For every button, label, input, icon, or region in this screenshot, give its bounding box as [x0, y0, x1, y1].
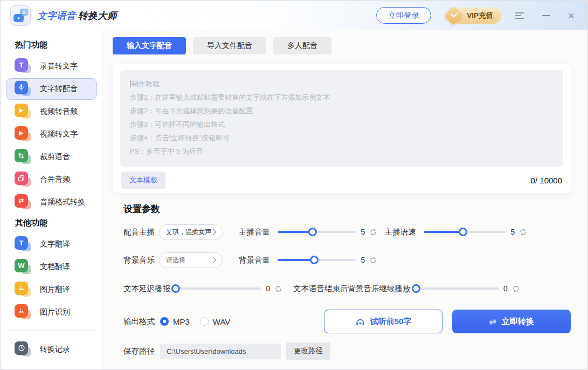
sidebar-item-image-recognition[interactable]: 图片识别: [6, 302, 97, 323]
anchor-speed-slider[interactable]: [424, 231, 506, 233]
content: 热门功能 T 录音转文字 T 文字转配音 ▶: [1, 30, 587, 369]
bgm-placeholder: 请选择: [166, 256, 185, 265]
sidebar-item-doc-translate[interactable]: W 文档翻译: [6, 256, 97, 278]
settings-title: 设置参数: [123, 203, 571, 215]
preview-button-label: 试听前50字: [370, 317, 412, 327]
placeholder-line: 步骤1：在这里输入或粘贴需要转换的文字或在下方添加示例文本: [130, 91, 554, 104]
anchor-volume-slider[interactable]: [278, 231, 356, 233]
save-path-input[interactable]: [160, 344, 281, 359]
settings-row-bgm: 背景音乐 请选择 背景音量 5: [123, 250, 571, 270]
sidebar-item-text-translate[interactable]: T 文字翻译: [6, 234, 97, 255]
sidebar-section-other: 其他功能: [1, 214, 102, 233]
sidebar-item-label: 文字翻译: [40, 239, 70, 249]
word-doc-icon: W: [15, 259, 32, 276]
save-path-label: 保存路径: [123, 346, 155, 357]
tab-multi-voice-dubbing[interactable]: 多人配音: [273, 37, 331, 54]
app-logo-icon: ● 文: [10, 5, 31, 26]
convert-button-label: 立即转换: [502, 317, 534, 327]
text-input-area[interactable]: 制作教程 步骤1：在这里输入或粘贴需要转换的文字或在下方添加示例文本 步骤2：可…: [120, 70, 563, 167]
bgm-volume-value: 5: [361, 256, 365, 264]
slider-thumb[interactable]: [308, 228, 317, 236]
chevron-right-icon: [212, 229, 217, 235]
voice-anchor-select[interactable]: 艾琪，温柔女声: [159, 224, 223, 240]
tab-import-file-dubbing[interactable]: 导入文件配音: [193, 37, 266, 54]
slider-thumb[interactable]: [459, 228, 467, 236]
bgm-volume-slider[interactable]: [278, 259, 356, 261]
sidebar-item-label: 音频格式转换: [40, 197, 85, 207]
reset-icon[interactable]: [369, 256, 377, 264]
main-panel: 输入文字配音 导入文件配音 多人配音 制作教程 步骤1：在这里输入或粘贴需要转换…: [103, 30, 587, 369]
preview-button[interactable]: 试听前50字: [324, 310, 442, 333]
delay-label: 文本延迟播报: [123, 284, 170, 294]
sidebar-section-hot: 热门功能: [1, 36, 102, 55]
minimize-icon[interactable]: [541, 10, 551, 21]
sidebar-item-trim-audio[interactable]: 裁剪语音: [6, 146, 97, 168]
bgm-continue-slider[interactable]: [414, 287, 499, 290]
app-window: ● 文 文字语音转换大师 立即登录 VIP充值 × 热门功能: [0, 0, 588, 370]
sidebar-item-video-to-text[interactable]: ▶ 视频转文字: [6, 124, 97, 145]
settings-row-format: 输出格式 MP3 WAV 试听前50字: [123, 310, 571, 333]
sidebar-item-conversion-history[interactable]: ⇄ 转换记录: [6, 339, 97, 360]
sidebar-item-video-to-audio[interactable]: ▶ 视频转音频: [6, 101, 97, 122]
radio-unselected-icon[interactable]: [200, 317, 209, 326]
radio-wav[interactable]: WAV: [200, 317, 231, 326]
sidebar-item-label: 视频转文字: [40, 129, 78, 139]
change-path-button[interactable]: 更改路径: [286, 342, 330, 360]
anchor-volume-label: 主播音量: [239, 227, 270, 237]
crop-icon: [15, 149, 32, 166]
placeholder-line: PS：多音字中 5 为轻音: [130, 145, 554, 158]
bgm-continue-value: 0: [503, 284, 508, 293]
tab-bar: 输入文字配音 导入文件配音 多人配音: [113, 37, 571, 54]
sidebar-item-record-to-text[interactable]: T 录音转文字: [6, 56, 97, 77]
reset-icon[interactable]: [369, 228, 377, 236]
reset-icon[interactable]: [519, 228, 527, 236]
radio-mp3-label: MP3: [173, 317, 190, 326]
slider-thumb[interactable]: [310, 256, 319, 264]
sidebar-item-label: 录音转文字: [40, 61, 78, 71]
radio-selected-icon[interactable]: [160, 317, 169, 326]
sidebar-item-label: 文字转配音: [40, 84, 78, 94]
delay-slider[interactable]: [174, 287, 261, 290]
tab-input-text-dubbing[interactable]: 输入文字配音: [113, 37, 186, 54]
anchor-speed-value: 5: [510, 228, 515, 236]
reset-icon[interactable]: [512, 285, 520, 293]
text-caret: [130, 80, 130, 87]
sidebar-item-audio-format-convert[interactable]: ⇄ 音频格式转换: [6, 191, 97, 213]
merge-copy-icon: [15, 172, 32, 188]
vip-recharge-button[interactable]: VIP充值: [455, 8, 501, 24]
sidebar-footer: ⇄ 转换记录: [1, 330, 102, 369]
sidebar-item-label: 文档翻译: [40, 262, 70, 272]
anchor-volume-value: 5: [361, 228, 365, 236]
sidebar-item-label: 裁剪语音: [40, 152, 70, 162]
radio-wav-label: WAV: [213, 317, 231, 326]
video-play-icon: ▶: [15, 104, 32, 120]
placeholder-line: 步骤2：可在下方选择您想要的语音配置: [130, 104, 554, 118]
app-title-highlight: 文字语音: [37, 10, 76, 21]
sidebar-item-label: 合并音频: [40, 175, 70, 184]
titlebar: ● 文 文字语音转换大师 立即登录 VIP充值 ×: [1, 1, 587, 30]
text-t-icon: T: [15, 58, 32, 75]
delay-value: 0: [266, 284, 271, 293]
output-format-label: 输出格式: [123, 317, 155, 327]
menu-icon[interactable]: [515, 10, 526, 21]
history-clock-icon: ⇄: [15, 341, 32, 358]
sidebar-item-merge-audio[interactable]: 合并音频: [6, 169, 97, 190]
reset-icon[interactable]: [274, 285, 282, 293]
radio-mp3[interactable]: MP3: [160, 317, 190, 326]
format-radio-group: MP3 WAV: [160, 317, 230, 326]
text-template-button[interactable]: 文本模板: [121, 172, 165, 189]
bgm-select[interactable]: 请选择: [159, 252, 223, 268]
vip-label: VIP充值: [467, 11, 493, 19]
login-button[interactable]: 立即登录: [376, 7, 431, 24]
editor-footer: 文本模板 0/ 10000: [120, 167, 563, 189]
slider-thumb[interactable]: [412, 284, 420, 293]
close-icon[interactable]: ×: [566, 10, 577, 21]
placeholder-line: 步骤3：可选择不同的输出格式: [130, 118, 554, 131]
anchor-speed-label: 主播语速: [385, 227, 416, 237]
slider-thumb[interactable]: [171, 284, 180, 293]
sidebar-item-text-to-speech[interactable]: T 文字转配音: [6, 78, 97, 100]
convert-button[interactable]: ⇌ 立即转换: [452, 310, 571, 333]
sidebar-item-image-translate[interactable]: 图片翻译: [6, 279, 97, 300]
settings-row-save-path: 保存路径 更改路径: [123, 343, 571, 359]
app-title: 文字语音转换大师: [37, 9, 117, 22]
